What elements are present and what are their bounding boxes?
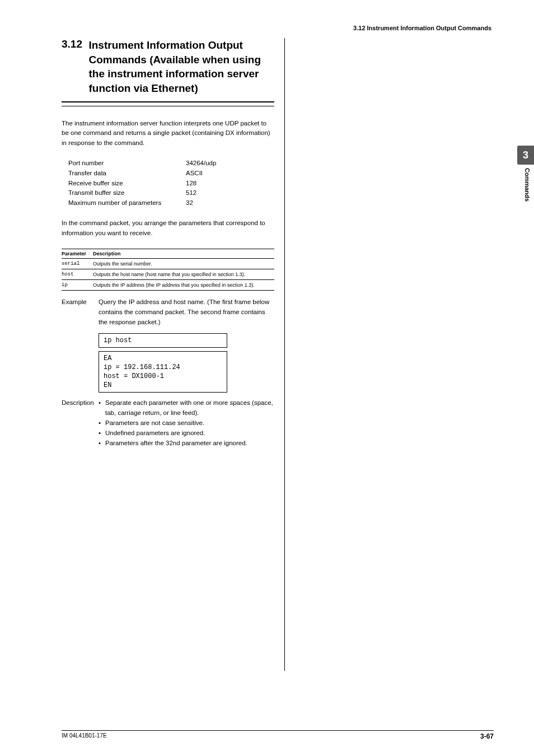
table-row: serial Outputs the serial number. (62, 258, 274, 269)
param-desc: Outputs the IP address (the IP address t… (93, 279, 274, 290)
intro-paragraph: The instrument information server functi… (62, 119, 274, 148)
example-label: Example (62, 297, 99, 327)
desc-item: Parameters after the 32nd parameter are … (105, 438, 274, 449)
desc-item: Separate each parameter with one or more… (105, 398, 274, 418)
example-text: Query the IP address and host name. (The… (99, 297, 274, 327)
page-footer: IM 04L41B01-17E 3-67 (62, 730, 494, 740)
response-packet-frame: EA ip = 192.168.111.24 host = DX1000-1 E… (99, 351, 227, 393)
desc-item: Parameters are not case sensitive. (105, 418, 274, 428)
kv-val: ASCII (186, 169, 203, 179)
param-desc: Outputs the host name (host name that yo… (93, 269, 274, 279)
param-desc: Outputs the serial number. (93, 258, 274, 269)
chapter-tab-label: Commands (524, 168, 531, 202)
footer-page-number: 3-67 (480, 732, 494, 740)
kv-val: 128 (186, 179, 196, 189)
para-2: In the command packet, you arrange the p… (62, 218, 274, 239)
heading-rule-thin (62, 106, 274, 106)
description-block: Description • Separate each parameter wi… (62, 398, 274, 448)
kv-val: 34264/udp (186, 158, 216, 169)
kv-key: Transfer data (68, 169, 186, 179)
section-title: Instrument Information Output Commands (… (88, 38, 268, 96)
properties-table: Port number34264/udp Transfer dataASCII … (68, 158, 274, 208)
bullet-icon: • (99, 398, 105, 418)
description-label: Description (62, 398, 99, 418)
bullet-icon: • (99, 418, 105, 428)
chapter-tab: 3 (517, 146, 534, 165)
left-column: 3.12 Instrument Information Output Comma… (62, 38, 274, 671)
kv-key: Receive buffer size (68, 179, 186, 189)
table-row: host Outputs the host name (host name th… (62, 269, 274, 279)
footer-docid: IM 04L41B01-17E (62, 732, 107, 740)
param-th-parameter: Parameter (62, 249, 93, 258)
desc-item: Undefined parameters are ignored. (105, 428, 274, 438)
kv-key: Maximum number of parameters (68, 198, 186, 208)
kv-key: Port number (68, 158, 186, 169)
table-row: ip Outputs the IP address (the IP addres… (62, 279, 274, 290)
right-column (284, 38, 486, 671)
section-number: 3.12 (62, 38, 86, 50)
running-header: 3.12 Instrument Information Output Comma… (353, 25, 491, 31)
example-block: Example Query the IP address and host na… (62, 297, 274, 327)
kv-val: 512 (186, 188, 196, 198)
param-th-description: Description (93, 249, 274, 258)
param-code: serial (62, 258, 93, 269)
section-heading: 3.12 Instrument Information Output Comma… (62, 38, 274, 96)
heading-rule-thick (62, 101, 274, 102)
param-code: ip (62, 279, 93, 290)
param-code: host (62, 269, 93, 279)
parameter-table: Parameter Description serial Outputs the… (62, 249, 274, 291)
command-packet-frame: ip host (99, 333, 227, 348)
bullet-icon: • (99, 438, 105, 449)
kv-key: Transmit buffer size (68, 188, 186, 198)
bullet-icon: • (99, 428, 105, 438)
kv-val: 32 (186, 198, 193, 208)
